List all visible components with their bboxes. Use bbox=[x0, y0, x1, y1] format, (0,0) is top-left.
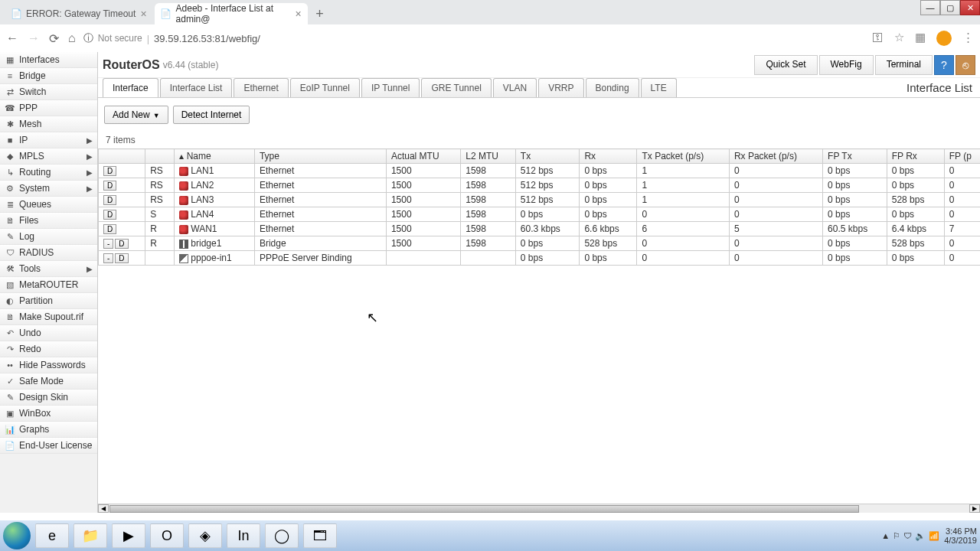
sidebar-item-routing[interactable]: ↳Routing▶ bbox=[0, 165, 97, 181]
sidebar-item-tools[interactable]: 🛠Tools▶ bbox=[0, 261, 97, 277]
sidebar-item-safe-mode[interactable]: ✓Safe Mode bbox=[0, 373, 97, 390]
row-action-button[interactable]: D bbox=[115, 239, 128, 249]
col-header[interactable]: FP (p bbox=[944, 149, 980, 164]
tab-gre-tunnel[interactable]: GRE Tunnel bbox=[421, 78, 491, 97]
tab-interface[interactable]: Interface bbox=[103, 78, 158, 97]
row-action-button[interactable]: D bbox=[103, 210, 116, 220]
sidebar-item-switch[interactable]: ⇄Switch bbox=[0, 84, 97, 100]
profile-avatar[interactable] bbox=[936, 31, 952, 46]
taskbar-app-icon[interactable]: O bbox=[150, 523, 184, 548]
minimize-button[interactable]: — bbox=[920, 0, 940, 15]
sidebar-item-make-supout-rif[interactable]: 🗎Make Supout.rif bbox=[0, 309, 97, 325]
sidebar-item-hide-passwords[interactable]: ••Hide Passwords bbox=[0, 357, 97, 373]
col-header[interactable]: Rx Packet (p/s) bbox=[729, 149, 822, 164]
info-icon[interactable]: ⓘ bbox=[83, 31, 93, 45]
sidebar-item-queues[interactable]: ≣Queues bbox=[0, 197, 97, 213]
tab-lte[interactable]: LTE bbox=[641, 78, 677, 97]
close-window-button[interactable]: ✕ bbox=[960, 0, 980, 15]
taskbar-app-icon[interactable]: 🗔 bbox=[303, 523, 337, 548]
tab-bonding[interactable]: Bonding bbox=[586, 78, 639, 97]
key-icon[interactable]: ⚿ bbox=[872, 31, 884, 46]
sidebar-item-winbox[interactable]: ▣WinBox bbox=[0, 406, 97, 422]
table-row[interactable]: DRSLAN2Ethernet15001598512 bps0 bps100 b… bbox=[99, 178, 981, 193]
home-button[interactable]: ⌂ bbox=[68, 31, 76, 46]
row-action-button[interactable]: D bbox=[103, 166, 116, 176]
table-row[interactable]: DRSLAN1Ethernet15001598512 bps0 bps100 b… bbox=[99, 164, 981, 178]
table-row[interactable]: DRWAN1Ethernet1500159860.3 kbps6.6 kbps6… bbox=[99, 222, 981, 236]
menu-icon[interactable]: ⋮ bbox=[962, 31, 974, 46]
sidebar-item-metarouter[interactable]: ▧MetaROUTER bbox=[0, 277, 97, 293]
tab-vlan[interactable]: VLAN bbox=[493, 78, 537, 97]
start-button[interactable] bbox=[3, 522, 31, 549]
add-new-button[interactable]: Add New▼ bbox=[104, 106, 168, 124]
sidebar-item-bridge[interactable]: ≡Bridge bbox=[0, 68, 97, 84]
browser-tab[interactable]: 📄 Adeeb - Interface List at admin@ × bbox=[155, 3, 308, 24]
clock[interactable]: 3:46 PM 4/3/2019 bbox=[944, 527, 977, 545]
sidebar-item-graphs[interactable]: 📊Graphs bbox=[0, 422, 97, 438]
scroll-left-icon[interactable]: ◀ bbox=[98, 504, 109, 513]
table-row[interactable]: DRSLAN3Ethernet15001598512 bps0 bps100 b… bbox=[99, 193, 981, 207]
taskbar-app-icon[interactable]: 📁 bbox=[74, 523, 107, 548]
forward-button[interactable]: → bbox=[28, 31, 40, 46]
row-action-button[interactable]: - bbox=[103, 239, 113, 249]
taskbar-app-icon[interactable]: ▶ bbox=[112, 523, 145, 548]
col-header[interactable] bbox=[145, 149, 175, 164]
sidebar-item-end-user-license[interactable]: 📄End-User License bbox=[0, 438, 97, 454]
close-tab-icon[interactable]: × bbox=[140, 8, 146, 20]
tab-vrrp[interactable]: VRRP bbox=[538, 78, 583, 97]
col-header[interactable]: Actual MTU bbox=[386, 149, 460, 164]
sidebar-item-mesh[interactable]: ✱Mesh bbox=[0, 116, 97, 132]
extensions-icon[interactable]: ▦ bbox=[915, 31, 926, 46]
logout-icon[interactable]: ⎋ bbox=[956, 55, 975, 75]
sidebar-item-redo[interactable]: ↷Redo bbox=[0, 341, 97, 357]
taskbar-app-icon[interactable]: e bbox=[35, 523, 69, 548]
col-header[interactable]: Tx bbox=[515, 149, 580, 164]
maximize-button[interactable]: ▢ bbox=[940, 0, 960, 15]
taskbar-app-icon[interactable]: ◈ bbox=[188, 523, 222, 548]
row-action-button[interactable]: - bbox=[103, 253, 113, 263]
tab-eoip-tunnel[interactable]: EoIP Tunnel bbox=[290, 78, 360, 97]
scroll-thumb[interactable] bbox=[109, 505, 859, 513]
col-header[interactable]: Type bbox=[254, 149, 386, 164]
sidebar-item-undo[interactable]: ↶Undo bbox=[0, 325, 97, 341]
row-action-button[interactable]: D bbox=[103, 224, 116, 234]
tab-interface-list[interactable]: Interface List bbox=[160, 78, 233, 97]
tray-icon[interactable]: 🛡 bbox=[903, 531, 912, 541]
tray-icon[interactable]: ▲ bbox=[881, 531, 890, 541]
taskbar-app-icon[interactable]: In bbox=[227, 523, 260, 548]
tab-ethernet[interactable]: Ethernet bbox=[234, 78, 288, 97]
scroll-right-icon[interactable]: ▶ bbox=[969, 504, 980, 513]
tray-icon[interactable]: ⚐ bbox=[893, 531, 900, 541]
url-field[interactable]: ⓘ Not secure | 39.59.126.53:81/webfig/ bbox=[83, 31, 864, 45]
sidebar-item-mpls[interactable]: ◆MPLS▶ bbox=[0, 148, 97, 165]
row-action-button[interactable]: D bbox=[115, 253, 128, 263]
col-header[interactable]: Rx bbox=[580, 149, 637, 164]
sidebar-item-radius[interactable]: 🛡RADIUS bbox=[0, 245, 97, 261]
col-header[interactable] bbox=[99, 149, 145, 164]
tray-icon[interactable]: 🔈 bbox=[915, 531, 926, 541]
sidebar-item-files[interactable]: 🗎Files bbox=[0, 213, 97, 229]
sidebar-item-design-skin[interactable]: ✎Design Skin bbox=[0, 390, 97, 406]
table-row[interactable]: -Dpppoe-in1PPPoE Server Binding0 bps0 bp… bbox=[99, 251, 981, 266]
table-row[interactable]: -DRbridge1Bridge150015980 bps528 bps000 … bbox=[99, 236, 981, 251]
row-action-button[interactable]: D bbox=[103, 195, 116, 205]
col-header[interactable]: Tx Packet (p/s) bbox=[637, 149, 729, 164]
sidebar-item-system[interactable]: ⚙System▶ bbox=[0, 181, 97, 197]
col-header[interactable]: L2 MTU bbox=[461, 149, 516, 164]
sidebar-item-ip[interactable]: ■IP▶ bbox=[0, 132, 97, 148]
star-icon[interactable]: ☆ bbox=[894, 31, 904, 46]
col-header[interactable]: ▴ Name bbox=[175, 149, 255, 164]
back-button[interactable]: ← bbox=[6, 31, 18, 46]
row-action-button[interactable]: D bbox=[103, 181, 116, 191]
sidebar-item-partition[interactable]: ◐Partition bbox=[0, 293, 97, 309]
sidebar-item-interfaces[interactable]: ▦Interfaces bbox=[0, 52, 97, 68]
sidebar-item-log[interactable]: ✎Log bbox=[0, 229, 97, 245]
close-tab-icon[interactable]: × bbox=[295, 8, 301, 20]
quickset-button[interactable]: Quick Set bbox=[754, 55, 817, 75]
webfig-button[interactable]: WebFig bbox=[819, 55, 874, 75]
table-row[interactable]: DSLAN4Ethernet150015980 bps0 bps000 bps0… bbox=[99, 207, 981, 222]
new-tab-button[interactable]: + bbox=[309, 3, 331, 24]
browser-tab[interactable]: 📄 ERROR: Gateway Timeout × bbox=[5, 3, 153, 24]
terminal-button[interactable]: Terminal bbox=[875, 55, 933, 75]
detect-internet-button[interactable]: Detect Internet bbox=[173, 106, 250, 124]
